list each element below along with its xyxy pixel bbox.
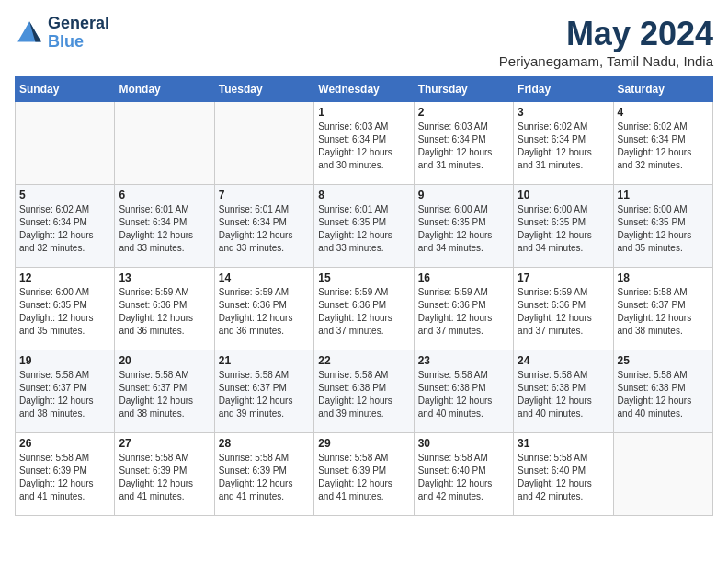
calendar-table: SundayMondayTuesdayWednesdayThursdayFrid… [15,76,713,516]
logo: General Blue [15,15,109,52]
day-info: Sunrise: 5:58 AM Sunset: 6:39 PM Dayligh… [119,452,210,503]
calendar-cell: 20Sunrise: 5:58 AM Sunset: 6:37 PM Dayli… [115,350,214,433]
day-number: 9 [418,189,509,201]
day-info: Sunrise: 5:58 AM Sunset: 6:38 PM Dayligh… [518,369,609,420]
day-info: Sunrise: 6:01 AM Sunset: 6:34 PM Dayligh… [219,203,310,255]
calendar-cell: 31Sunrise: 5:58 AM Sunset: 6:40 PM Dayli… [514,433,613,516]
day-number: 29 [318,437,409,450]
calendar-cell [16,102,115,185]
calendar-cell: 16Sunrise: 5:59 AM Sunset: 6:36 PM Dayli… [414,268,513,350]
day-info: Sunrise: 6:00 AM Sunset: 6:35 PM Dayligh… [418,203,509,255]
day-number: 4 [618,106,709,119]
day-number: 19 [19,354,110,367]
day-number: 24 [518,354,609,367]
day-info: Sunrise: 5:58 AM Sunset: 6:37 PM Dayligh… [19,369,110,420]
weekday-header-row: SundayMondayTuesdayWednesdayThursdayFrid… [16,77,713,102]
day-info: Sunrise: 5:58 AM Sunset: 6:37 PM Dayligh… [219,369,310,420]
day-number: 2 [418,106,509,119]
calendar-cell: 9Sunrise: 6:00 AM Sunset: 6:35 PM Daylig… [414,185,513,268]
weekday-header-friday: Friday [514,77,613,102]
calendar-cell: 14Sunrise: 5:59 AM Sunset: 6:36 PM Dayli… [214,268,313,350]
day-number: 18 [618,271,709,284]
week-row-2: 5Sunrise: 6:02 AM Sunset: 6:34 PM Daylig… [16,185,713,268]
calendar-cell [613,433,712,516]
day-number: 15 [318,271,409,284]
day-info: Sunrise: 5:58 AM Sunset: 6:40 PM Dayligh… [418,452,509,503]
day-info: Sunrise: 6:03 AM Sunset: 6:34 PM Dayligh… [418,121,509,172]
day-info: Sunrise: 5:59 AM Sunset: 6:36 PM Dayligh… [318,286,409,338]
day-number: 26 [19,437,110,450]
day-info: Sunrise: 6:01 AM Sunset: 6:35 PM Dayligh… [318,203,409,255]
day-info: Sunrise: 5:58 AM Sunset: 6:37 PM Dayligh… [119,369,210,420]
day-number: 8 [318,189,409,201]
day-info: Sunrise: 6:02 AM Sunset: 6:34 PM Dayligh… [518,121,609,172]
day-number: 1 [318,106,409,119]
day-info: Sunrise: 6:00 AM Sunset: 6:35 PM Dayligh… [618,203,709,255]
calendar-cell: 18Sunrise: 5:58 AM Sunset: 6:37 PM Dayli… [613,268,712,350]
day-info: Sunrise: 6:02 AM Sunset: 6:34 PM Dayligh… [618,121,709,172]
calendar-cell: 7Sunrise: 6:01 AM Sunset: 6:34 PM Daylig… [214,185,313,268]
day-number: 28 [219,437,310,450]
day-info: Sunrise: 5:58 AM Sunset: 6:39 PM Dayligh… [219,452,310,503]
calendar-cell: 12Sunrise: 6:00 AM Sunset: 6:35 PM Dayli… [16,268,115,350]
calendar-cell: 4Sunrise: 6:02 AM Sunset: 6:34 PM Daylig… [613,102,712,185]
weekday-header-sunday: Sunday [16,77,115,102]
day-number: 12 [19,271,110,284]
calendar-cell: 2Sunrise: 6:03 AM Sunset: 6:34 PM Daylig… [414,102,513,185]
calendar-cell: 1Sunrise: 6:03 AM Sunset: 6:34 PM Daylig… [314,102,414,185]
weekday-header-wednesday: Wednesday [314,77,414,102]
calendar-cell: 3Sunrise: 6:02 AM Sunset: 6:34 PM Daylig… [514,102,613,185]
logo-text: General Blue [48,15,109,52]
logo-icon [15,18,44,48]
page-header: General Blue May 2024 Periyanegamam, Tam… [15,15,713,69]
day-number: 16 [418,271,509,284]
calendar-cell: 6Sunrise: 6:01 AM Sunset: 6:34 PM Daylig… [115,185,214,268]
location: Periyanegamam, Tamil Nadu, India [499,53,713,69]
day-number: 11 [618,189,709,201]
day-number: 13 [119,271,210,284]
title-block: May 2024 Periyanegamam, Tamil Nadu, Indi… [499,15,713,69]
calendar-cell: 15Sunrise: 5:59 AM Sunset: 6:36 PM Dayli… [314,268,414,350]
day-info: Sunrise: 6:00 AM Sunset: 6:35 PM Dayligh… [19,286,110,338]
day-info: Sunrise: 5:58 AM Sunset: 6:39 PM Dayligh… [19,452,110,503]
day-info: Sunrise: 5:58 AM Sunset: 6:38 PM Dayligh… [318,369,409,420]
day-number: 10 [518,189,609,201]
day-number: 31 [518,437,609,450]
calendar-cell: 13Sunrise: 5:59 AM Sunset: 6:36 PM Dayli… [115,268,214,350]
weekday-header-monday: Monday [115,77,214,102]
calendar-cell [214,102,313,185]
calendar-cell: 11Sunrise: 6:00 AM Sunset: 6:35 PM Dayli… [613,185,712,268]
day-number: 20 [119,354,210,367]
day-number: 5 [19,189,110,201]
day-number: 17 [518,271,609,284]
calendar-cell: 21Sunrise: 5:58 AM Sunset: 6:37 PM Dayli… [214,350,313,433]
day-info: Sunrise: 5:58 AM Sunset: 6:37 PM Dayligh… [618,286,709,338]
weekday-header-saturday: Saturday [613,77,712,102]
weekday-header-tuesday: Tuesday [214,77,313,102]
week-row-4: 19Sunrise: 5:58 AM Sunset: 6:37 PM Dayli… [16,350,713,433]
day-number: 22 [318,354,409,367]
day-info: Sunrise: 6:00 AM Sunset: 6:35 PM Dayligh… [518,203,609,255]
week-row-3: 12Sunrise: 6:00 AM Sunset: 6:35 PM Dayli… [16,268,713,350]
day-number: 23 [418,354,509,367]
calendar-cell: 29Sunrise: 5:58 AM Sunset: 6:39 PM Dayli… [314,433,414,516]
week-row-1: 1Sunrise: 6:03 AM Sunset: 6:34 PM Daylig… [16,102,713,185]
day-number: 7 [219,189,310,201]
calendar-cell: 19Sunrise: 5:58 AM Sunset: 6:37 PM Dayli… [16,350,115,433]
day-info: Sunrise: 5:59 AM Sunset: 6:36 PM Dayligh… [219,286,310,338]
day-info: Sunrise: 5:58 AM Sunset: 6:38 PM Dayligh… [618,369,709,420]
calendar-cell: 26Sunrise: 5:58 AM Sunset: 6:39 PM Dayli… [16,433,115,516]
day-info: Sunrise: 5:59 AM Sunset: 6:36 PM Dayligh… [418,286,509,338]
calendar-cell: 27Sunrise: 5:58 AM Sunset: 6:39 PM Dayli… [115,433,214,516]
day-number: 14 [219,271,310,284]
calendar-cell: 30Sunrise: 5:58 AM Sunset: 6:40 PM Dayli… [414,433,513,516]
day-info: Sunrise: 5:58 AM Sunset: 6:40 PM Dayligh… [518,452,609,503]
calendar-cell: 8Sunrise: 6:01 AM Sunset: 6:35 PM Daylig… [314,185,414,268]
calendar-cell [115,102,214,185]
day-number: 30 [418,437,509,450]
day-number: 3 [518,106,609,119]
day-info: Sunrise: 6:01 AM Sunset: 6:34 PM Dayligh… [119,203,210,255]
day-info: Sunrise: 6:03 AM Sunset: 6:34 PM Dayligh… [318,121,409,172]
day-info: Sunrise: 5:58 AM Sunset: 6:39 PM Dayligh… [318,452,409,503]
calendar-cell: 17Sunrise: 5:59 AM Sunset: 6:36 PM Dayli… [514,268,613,350]
